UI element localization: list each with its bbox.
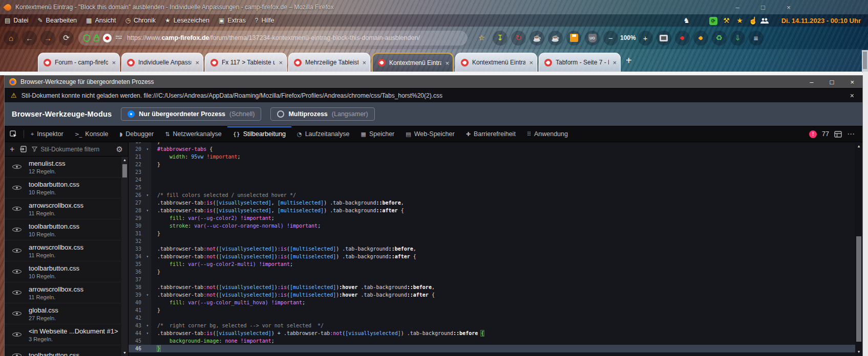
stylesheet-item[interactable]: arrowscrollbox.css 11 Regeln. xyxy=(5,198,121,219)
code-line[interactable]: 35 fill: var(--ug-color2-multi) !importa… xyxy=(129,260,855,268)
hamburger-menu-button[interactable]: ≡ xyxy=(749,31,764,46)
stylesheet-item[interactable]: toolbarbutton.css 10 Regeln. xyxy=(5,177,121,198)
import-stylesheet-icon[interactable] xyxy=(19,146,27,152)
shield-icon[interactable] xyxy=(83,34,90,42)
download-arrow-icon[interactable]: ⇓ xyxy=(730,31,745,46)
code-area[interactable]: 19}20▾#tabbrowser-tabs {21 width: 95vw !… xyxy=(129,142,855,356)
downloads-button[interactable]: ↧ xyxy=(493,31,507,46)
code-line[interactable]: 38.tabbrowser-tab:not([visuallyselected]… xyxy=(129,283,855,291)
minimize-button[interactable]: – xyxy=(732,4,743,11)
browser-tab[interactable]: Individuelle Anpassun × xyxy=(121,53,203,72)
code-line[interactable]: 41} xyxy=(129,306,855,314)
scroll-down-icon[interactable]: ▼ xyxy=(123,349,126,356)
browser-tab[interactable]: Mehrzeilige Tableiste × xyxy=(288,53,370,72)
meatball-menu-icon[interactable]: ⋯ xyxy=(847,129,855,139)
fold-arrow-icon[interactable]: ▾ xyxy=(144,191,151,199)
code-line[interactable]: 26▾/* fill colors selected / unselected … xyxy=(129,191,855,199)
coffee-cup-icon[interactable]: ☕ xyxy=(530,31,544,46)
stylesheet-item[interactable]: <in Webseite ...Dokument #1> 3 Regeln. xyxy=(5,324,121,345)
home-button[interactable]: ⌂ xyxy=(4,31,18,46)
page-scrollbar-thumb[interactable] xyxy=(863,52,867,69)
code-line[interactable]: 39▾.tabbrowser-tab:not([visuallyselected… xyxy=(129,291,855,299)
tab-close-icon[interactable]: × xyxy=(445,59,449,66)
radio-icon[interactable] xyxy=(128,110,135,118)
stylesheet-item[interactable]: toolbarbutton.css 10 Regeln. xyxy=(5,219,121,240)
scroll-down-icon[interactable]: ▼ xyxy=(858,348,860,356)
devtools-tab[interactable]: ▤ Web-Speicher xyxy=(400,126,460,142)
tab-close-icon[interactable]: × xyxy=(362,59,366,66)
mode-option-multiprocess[interactable]: Multiprozess (Langsamer) xyxy=(270,107,374,121)
visibility-eye-icon[interactable] xyxy=(12,204,22,213)
code-line[interactable]: 43▾/* right corner bg, selected --> vor … xyxy=(129,322,855,329)
zoom-level[interactable]: 100% xyxy=(620,34,636,41)
code-line[interactable]: 46} xyxy=(129,345,855,352)
devtools-tab[interactable]: ◔ Laufzeitanalyse xyxy=(291,126,355,142)
devtools-tab[interactable]: ⇅ Netzwerkanalyse xyxy=(159,126,227,142)
editor-scrollbar[interactable]: ▲ ▼ xyxy=(855,142,862,356)
zoom-out-button[interactable]: − xyxy=(603,31,618,46)
stylesheet-item[interactable]: toolbarbutton.css xyxy=(5,345,121,356)
devtools-tab[interactable]: ⠿ Anwendung xyxy=(521,126,574,142)
code-line[interactable]: 29 fill: var(--ug-color2) !important; xyxy=(129,214,855,222)
menu-item[interactable]: ▦ Ansicht xyxy=(81,14,120,27)
scroll-up-icon[interactable]: ▲ xyxy=(858,142,860,150)
visibility-eye-icon[interactable] xyxy=(12,288,22,297)
flame-red-button[interactable] xyxy=(675,31,690,46)
visibility-eye-icon[interactable] xyxy=(12,246,22,255)
recycle-icon[interactable]: ♻ xyxy=(712,31,727,46)
new-tab-button[interactable]: + xyxy=(626,55,632,65)
code-line[interactable]: 40 fill: var(--ug-color_multi_hova) !imp… xyxy=(129,299,855,306)
menu-item[interactable]: ◷ Chronik xyxy=(120,14,160,27)
toolbox-maximize-button[interactable]: □ xyxy=(830,78,834,86)
close-button[interactable]: × xyxy=(784,4,794,11)
thumb-up-icon[interactable]: ☝ xyxy=(747,16,760,25)
visibility-eye-icon[interactable] xyxy=(12,225,22,234)
tab-close-icon[interactable]: × xyxy=(112,59,116,66)
code-line[interactable]: 37 xyxy=(129,276,855,283)
sync-device-icon[interactable]: ⟳ xyxy=(707,16,720,25)
devtools-tab[interactable]: ✚ Barrierefreiheit xyxy=(460,126,521,142)
editor-scrollbar-thumb[interactable] xyxy=(856,236,861,342)
visibility-eye-icon[interactable] xyxy=(12,309,22,318)
browser-tab[interactable]: Tabform - Seite 7 - In × xyxy=(539,53,621,72)
stylesheet-item[interactable]: global.css 27 Regeln. xyxy=(5,303,121,324)
code-line[interactable]: 27.tabbrowser-tab:is([visuallyselected],… xyxy=(129,199,855,207)
tab-close-icon[interactable]: × xyxy=(529,59,533,66)
scroll-up-icon[interactable]: ▲ xyxy=(123,157,126,163)
browser-tab[interactable]: Forum - camp-firefox × xyxy=(38,53,120,72)
code-line[interactable]: 30 stroke: var(--uc-color-orange-normal)… xyxy=(129,222,855,230)
fold-arrow-icon[interactable]: ▾ xyxy=(144,322,151,329)
mode-option-parent-process[interactable]: Nur übergeordneter Prozess (Schnell) xyxy=(121,107,261,121)
reload-button[interactable]: ⟳ xyxy=(59,31,74,46)
visibility-eye-icon[interactable] xyxy=(12,267,22,276)
maximize-button[interactable]: □ xyxy=(758,4,768,11)
filter-stylesheets-input[interactable]: Stil-Dokumente filtern xyxy=(32,146,111,153)
fold-arrow-icon[interactable]: ▾ xyxy=(144,329,151,337)
code-line[interactable]: 21 width: 95vw !important; xyxy=(129,153,855,161)
menu-item[interactable]: ▤ Datei xyxy=(0,14,33,27)
code-line[interactable]: 24 xyxy=(129,176,855,184)
toolbox-minimize-button[interactable]: – xyxy=(810,78,813,86)
back-button[interactable]: ← xyxy=(22,31,37,46)
visibility-eye-icon[interactable] xyxy=(12,183,22,192)
devtools-tab[interactable]: ◗ Debugger xyxy=(114,126,160,142)
sidebar-scrollbar-thumb[interactable] xyxy=(122,164,127,177)
code-line[interactable]: 25 xyxy=(129,184,855,191)
code-line[interactable]: 22} xyxy=(129,161,855,168)
browser-tab[interactable]: Fx 117 > Tableiste unt × xyxy=(205,53,287,72)
options-gear-icon[interactable]: ⚙ xyxy=(116,145,123,154)
code-line[interactable]: 33.tabbrowser-tab:not([visuallyselected]… xyxy=(129,245,855,253)
devtools-tab[interactable]: {} Stilbearbeitung xyxy=(227,126,291,142)
error-count[interactable]: 77 xyxy=(822,130,829,138)
stylesheet-item[interactable]: arrowscrollbox.css 11 Regeln. xyxy=(5,240,121,261)
css-code-editor[interactable]: 19}20▾#tabbrowser-tabs {21 width: 95vw !… xyxy=(129,142,862,356)
fold-arrow-icon[interactable]: ▾ xyxy=(144,207,151,214)
error-badge-icon[interactable]: ! xyxy=(809,130,817,138)
code-line[interactable]: 31} xyxy=(129,230,855,237)
bookmark-page-star-icon[interactable]: ☆ xyxy=(474,31,489,46)
devtools-tab[interactable]: >_ Konsole xyxy=(69,126,114,142)
fold-arrow-icon[interactable]: ▾ xyxy=(144,253,151,260)
toolbox-close-button[interactable]: × xyxy=(850,78,854,86)
fold-arrow-icon[interactable]: ▾ xyxy=(144,145,151,153)
ublock-icon[interactable]: UO xyxy=(585,31,600,46)
